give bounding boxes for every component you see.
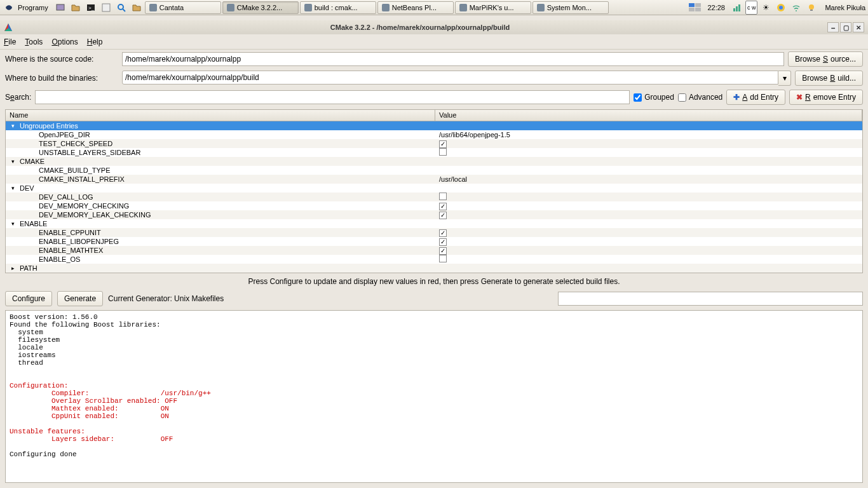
log-red: Configuration: Compiler: /usr/bin/g++ Ov… (10, 382, 211, 443)
taskbar-task[interactable]: Cantata (145, 1, 221, 14)
configure-button[interactable]: Configure (5, 291, 52, 306)
menu-file[interactable]: File (4, 37, 16, 46)
search-label: Search: (5, 93, 31, 102)
expand-icon[interactable]: ▸ (10, 265, 16, 271)
tray-chrome-icon[interactable] (774, 1, 788, 15)
svg-rect-7 (227, 4, 234, 11)
value-checkbox[interactable]: ✓ (439, 203, 447, 210)
tray-chart-icon[interactable] (730, 1, 744, 15)
tree-item[interactable]: DEV_CALL_LOG (6, 193, 862, 201)
value-checkbox[interactable]: ✓ (439, 229, 447, 237)
workspace-switcher-icon[interactable] (688, 1, 702, 15)
expand-icon[interactable]: ▾ (10, 185, 16, 191)
minimize-button[interactable]: ‒ (827, 22, 839, 32)
taskbar-task[interactable]: CMake 3.2.2... (222, 1, 299, 14)
tree-item[interactable]: DEV_MEMORY_CHECKING✓ (6, 201, 862, 210)
tree-item[interactable]: OpenJPEG_DIR/usr/lib64/openjpeg-1.5 (6, 130, 862, 139)
maximize-button[interactable]: ▢ (840, 22, 851, 32)
svg-point-20 (779, 6, 783, 10)
svg-rect-14 (689, 8, 695, 11)
build-input[interactable] (122, 71, 778, 85)
tray-bulb-icon[interactable] (804, 1, 818, 15)
tree-item[interactable]: ENABLE_OS (6, 255, 862, 264)
tree-item[interactable]: ENABLE_LIBOPENJPEG✓ (6, 237, 862, 246)
svg-rect-11 (537, 4, 545, 11)
folder-icon[interactable] (69, 1, 83, 15)
tray-weather-icon[interactable]: ☀ (759, 1, 773, 15)
app-icon (304, 4, 312, 11)
advanced-checkbox[interactable]: Advanced (678, 93, 722, 102)
value-checkbox[interactable] (439, 193, 447, 200)
tree-item[interactable]: ENABLE_MATHTEX✓ (6, 246, 862, 255)
tree-group[interactable]: ▾Ungrouped Entries (6, 121, 862, 130)
value-checkbox[interactable]: ✓ (439, 212, 447, 219)
tree-group[interactable]: ▾CMAKE (6, 157, 862, 166)
grouped-checkbox[interactable]: Grouped (634, 93, 674, 102)
source-input[interactable] (122, 52, 784, 66)
taskbar-task[interactable]: MarPiRK's u... (455, 1, 531, 14)
taskbar-task[interactable]: System Mon... (532, 1, 609, 14)
svg-rect-12 (689, 3, 695, 7)
value-text[interactable]: /usr/lib64/openjpeg-1.5 (439, 131, 510, 139)
taskbar-task[interactable]: build : cmak... (300, 1, 376, 14)
tray-wifi-icon[interactable] (789, 1, 803, 15)
tree-group[interactable]: ▾ENABLE (6, 219, 862, 228)
tree-item[interactable]: TEST_CHECK_SPEED✓ (6, 139, 862, 148)
tree-group[interactable]: ▾DEV (6, 184, 862, 193)
svg-rect-16 (733, 8, 735, 11)
tree-item[interactable]: CMAKE_INSTALL_PREFIX/usr/local (6, 175, 862, 184)
menu-options[interactable]: Options (51, 37, 78, 46)
hint-text: Press Configure to update and display ne… (0, 273, 868, 290)
desktop-icon[interactable] (53, 1, 67, 15)
svg-point-22 (809, 4, 814, 10)
clock[interactable]: 22:28 (703, 4, 729, 11)
app-icon (149, 4, 157, 11)
app-menu-icon[interactable] (3, 1, 17, 15)
user-label[interactable]: Marek Pikuła (825, 4, 865, 11)
menu-tools[interactable]: Tools (25, 37, 43, 46)
browse-build-button[interactable]: Browse Build... (795, 71, 863, 86)
menu-help[interactable]: Help (87, 37, 103, 46)
browse-source-button[interactable]: Browse Source... (788, 51, 863, 67)
generate-button[interactable]: Generate (57, 291, 103, 306)
folder2-icon[interactable] (130, 1, 144, 15)
tree-item[interactable]: UNSTABLE_LAYERS_SIDEBAR (6, 148, 862, 157)
menubar: File Tools Options Help (0, 34, 868, 50)
value-checkbox[interactable] (439, 148, 447, 156)
search-input[interactable] (35, 90, 630, 104)
value-checkbox[interactable] (439, 255, 447, 262)
value-checkbox[interactable]: ✓ (439, 238, 447, 246)
column-name[interactable]: Name (6, 110, 435, 121)
tree-item[interactable]: ENABLE_CPPUNIT✓ (6, 228, 862, 237)
tree-body[interactable]: ▾Ungrouped EntriesOpenJPEG_DIR/usr/lib64… (6, 121, 862, 273)
svg-rect-0 (57, 4, 64, 10)
tree-item[interactable]: DEV_MEMORY_LEAK_CHECKING✓ (6, 210, 862, 219)
generator-search-input[interactable] (558, 292, 863, 306)
expand-icon[interactable]: ▾ (10, 158, 16, 165)
search-icon[interactable] (114, 1, 128, 15)
value-checkbox[interactable]: ✓ (439, 140, 447, 148)
expand-icon[interactable]: ▾ (10, 220, 16, 227)
taskbar-task[interactable]: NetBeans Pl... (377, 1, 454, 14)
expand-icon[interactable]: ▾ (10, 123, 16, 129)
build-history-dropdown[interactable]: ▾ (778, 71, 791, 86)
svg-rect-13 (695, 3, 701, 7)
tree-item[interactable]: CMAKE_BUILD_TYPE (6, 166, 862, 175)
terminal-icon[interactable]: >_ (84, 1, 98, 15)
programs-label[interactable]: Programy (18, 4, 48, 11)
value-text[interactable]: /usr/local (439, 175, 467, 183)
close-button[interactable]: ✕ (853, 22, 864, 32)
editor-icon[interactable] (99, 1, 113, 15)
column-value[interactable]: Value (435, 110, 862, 121)
app-icon (227, 4, 234, 11)
tree-group[interactable]: ▸PATH (6, 264, 862, 273)
svg-line-5 (123, 9, 125, 11)
svg-rect-23 (810, 10, 813, 11)
value-checkbox[interactable]: ✓ (439, 247, 447, 255)
add-entry-button[interactable]: ✚ Add Entry (726, 90, 785, 105)
tray-cw-icon[interactable]: c w (745, 1, 758, 15)
cmake-window: CMake 3.2.2 - /home/marek/xournalpp/xour… (0, 20, 868, 488)
remove-entry-button[interactable]: ✖ Remove Entry (789, 90, 863, 105)
svg-point-21 (796, 10, 797, 11)
log-output[interactable]: Boost version: 1.56.0 Found the followin… (5, 310, 863, 483)
